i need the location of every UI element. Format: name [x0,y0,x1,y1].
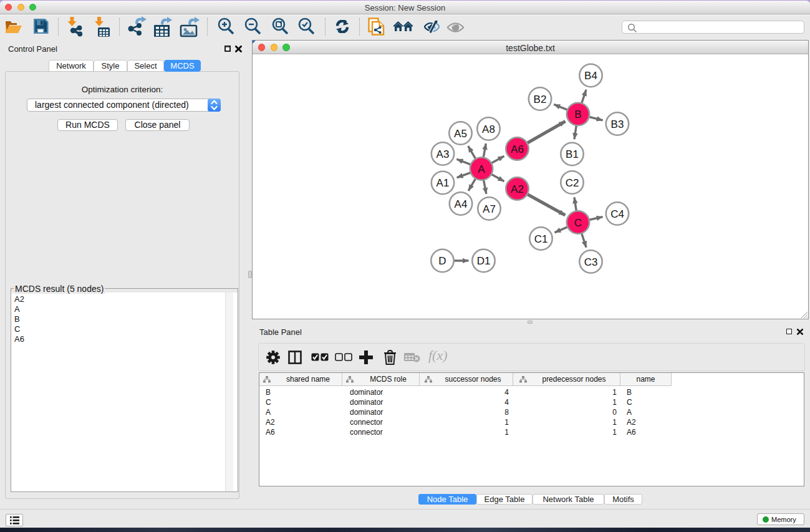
svg-text:B: B [574,109,581,120]
svg-text:A8: A8 [482,123,495,135]
svg-text:A4: A4 [455,198,468,210]
svg-text:C3: C3 [584,256,598,268]
svg-text:C1: C1 [534,233,548,245]
svg-text:C: C [574,217,582,229]
svg-text:A7: A7 [483,203,496,215]
svg-text:A5: A5 [454,128,467,140]
svg-text:B1: B1 [566,148,579,160]
svg-text:C4: C4 [610,208,624,220]
svg-text:A: A [478,163,485,175]
svg-text:B4: B4 [584,70,597,82]
svg-text:B2: B2 [534,94,547,105]
svg-text:D: D [438,255,446,267]
svg-text:D1: D1 [477,255,491,267]
svg-text:A3: A3 [436,148,450,160]
svg-text:A6: A6 [511,143,524,155]
svg-text:B3: B3 [611,118,624,130]
svg-text:A1: A1 [436,177,450,189]
svg-text:A2: A2 [511,183,524,195]
svg-text:C2: C2 [566,177,579,189]
